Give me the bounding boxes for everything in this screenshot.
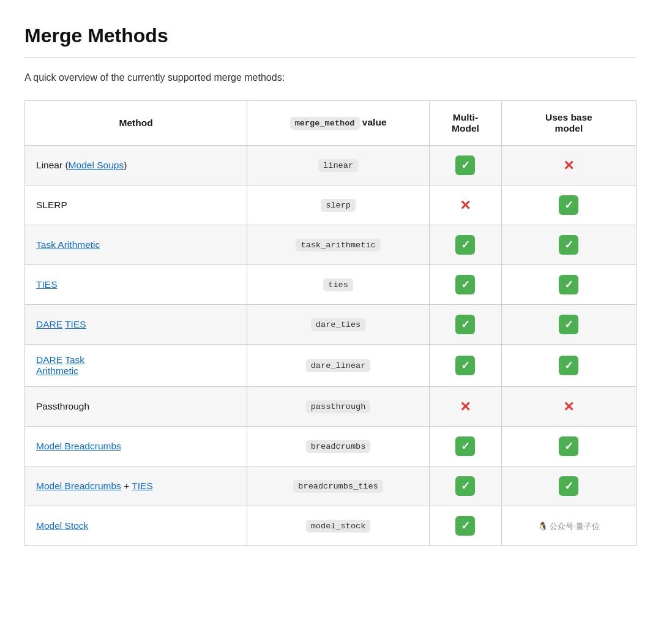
check-icon: ✓ [455,235,475,255]
header-multi-model: Multi-Model [430,101,502,146]
method-link[interactable]: Task Arithmetic [36,239,100,250]
page-title: Merge Methods [24,24,637,47]
check-icon: ✓ [559,436,578,456]
cross-icon: ✕ [559,397,578,416]
method-link-dare[interactable]: DARE [36,354,62,365]
cross-icon: ✕ [455,397,475,416]
merge-value: dare_ties [311,318,365,331]
merge-value: ties [323,279,353,291]
check-icon: ✓ [455,516,475,536]
table-row: DARE TIESdare_ties✓✓ [25,305,637,345]
check-icon: ✓ [455,476,475,496]
cross-icon: ✕ [559,155,578,175]
table-row: SLERPslerp✕✓ [25,185,637,225]
check-icon: ✓ [455,155,475,175]
merge-value: slerp [321,199,356,212]
check-icon: ✓ [559,356,578,375]
watermark: 🐧 公众号·量子位 [538,522,600,532]
merge-value: linear [318,159,358,172]
check-icon: ✓ [559,476,578,496]
merge-value: model_stock [306,520,371,533]
check-icon: ✓ [455,315,475,334]
merge-value: breadcrumbs_ties [293,480,383,493]
method-link-dare[interactable]: DARE [36,319,62,329]
method-link[interactable]: TIES [36,279,58,290]
check-icon: ✓ [559,195,578,215]
check-icon: ✓ [455,275,475,294]
merge-value: passthrough [306,400,371,413]
method-label: Passthrough [36,401,89,411]
check-icon: ✓ [455,356,475,375]
check-icon: ✓ [559,275,578,294]
table-row: Linear (Model Soups)linear✓✕ [25,146,637,185]
header-method: Method [25,101,247,146]
table-row: TIESties✓✓ [25,265,637,305]
table-header-row: Method merge_method value Multi-Model Us… [25,101,637,146]
merge-value: task_arithmetic [296,239,380,252]
merge-value: breadcrumbs [306,440,371,453]
header-merge-method: merge_method value [247,101,430,146]
table-row: Task Arithmetictask_arithmetic✓✓ [25,225,637,265]
method-link[interactable]: Model Breadcrumbs [36,481,121,491]
table-row: Model Breadcrumbs + TIESbreadcrumbs_ties… [25,466,637,506]
table-row: Model Breadcrumbsbreadcrumbs✓✓ [25,427,637,466]
title-divider [24,57,637,58]
merge-value: dare_linear [306,359,371,372]
method-link[interactable]: Model Stock [36,520,88,531]
table-row: Model Stockmodel_stock✓🐧 公众号·量子位 [25,506,637,546]
cross-icon: ✕ [455,195,475,215]
check-icon: ✓ [559,235,578,255]
method-label: SLERP [36,200,67,210]
table-row: DARE TaskArithmeticdare_linear✓✓ [25,345,637,387]
method-link[interactable]: Model Soups [69,160,124,170]
header-uses-base: Uses basemodel [501,101,636,146]
method-link[interactable]: Model Breadcrumbs [36,441,121,451]
merge-methods-table: Method merge_method value Multi-Model Us… [24,100,637,546]
page-description: A quick overview of the currently suppor… [24,72,637,83]
method-link-ties[interactable]: TIES [65,319,86,329]
table-row: Passthroughpassthrough✕✕ [25,387,637,427]
check-icon: ✓ [455,436,475,456]
check-icon: ✓ [559,315,578,334]
method-link-ties[interactable]: TIES [132,481,153,491]
